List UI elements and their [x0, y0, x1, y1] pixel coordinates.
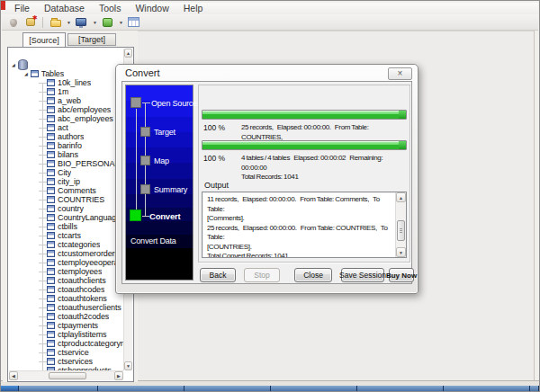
tree-item-label: CountryLanguage — [58, 213, 121, 222]
tree-item[interactable]: ctplaylistitems — [9, 330, 123, 339]
output-scrollbar[interactable]: ▲ ▼ — [395, 192, 406, 257]
tree-item[interactable]: 10k_lines — [9, 78, 123, 87]
tree-item[interactable]: bilans — [9, 150, 123, 159]
tree-item[interactable]: COUNTRIES — [9, 195, 123, 204]
connection-icon[interactable] — [6, 15, 20, 29]
buy-now-button[interactable]: Buy Now — [389, 268, 414, 282]
tree-item[interactable]: abc/employees — [9, 105, 123, 114]
tree-item[interactable]: ctcustomerorders — [9, 249, 123, 258]
taskbar-segment[interactable] — [444, 386, 530, 391]
tree-item-label: country — [58, 204, 84, 213]
step-node-map — [140, 156, 150, 165]
tree-item-database-root[interactable]: ◢ — [9, 59, 123, 69]
output-box: 11 records, Elapsed: 00:00:00. From Tabl… — [202, 192, 407, 258]
tree-item[interactable]: ctservice — [9, 348, 123, 357]
tree-item[interactable]: ctservices — [9, 357, 123, 366]
step-node-target — [140, 127, 150, 137]
menu-item-database[interactable]: Database — [37, 3, 92, 14]
save-session-button[interactable]: Save Session — [341, 268, 384, 282]
taskbar-segment[interactable] — [184, 386, 271, 391]
tree-item[interactable]: ctcategories — [9, 240, 123, 249]
tree-item-label: BIO_PERSONAL_INF — [58, 159, 123, 168]
tree-item[interactable]: a_web — [9, 96, 123, 105]
new-connection-icon[interactable] — [23, 15, 37, 29]
table-icon — [47, 187, 55, 194]
table-icon — [47, 160, 55, 167]
tree-horizontal-scrollbar[interactable]: ◀ ▶ — [9, 370, 123, 380]
tree-item[interactable]: barinfo — [9, 141, 123, 150]
tree-item[interactable]: ctoauth2codes — [9, 312, 123, 321]
view-dropdown-icon[interactable] — [75, 15, 88, 29]
scrollbar-thumb[interactable] — [49, 372, 86, 379]
tree-item[interactable]: act — [9, 123, 123, 132]
scroll-right-icon[interactable]: ▶ — [114, 371, 123, 380]
grid-icon[interactable] — [127, 15, 140, 29]
scroll-up-icon[interactable]: ▲ — [124, 49, 132, 58]
window-right-border — [534, 31, 539, 380]
tree-item[interactable]: CountryLanguage — [9, 213, 123, 222]
back-button[interactable]: Back — [200, 268, 236, 282]
tab-source[interactable]: [Source] — [22, 32, 66, 47]
taskbar-segment[interactable] — [19, 386, 98, 391]
tree-item-tables[interactable]: ◢ Tables — [9, 69, 123, 78]
tab-target[interactable]: [Target] — [68, 33, 116, 46]
taskbar-segment[interactable] — [271, 386, 357, 391]
tree-item-label: City — [58, 168, 71, 177]
tree-item[interactable]: ctpayments — [9, 321, 123, 330]
tree-item-label: ctoauthtokens — [58, 294, 107, 303]
tree-item-label: bilans — [58, 150, 78, 159]
scroll-up-icon[interactable]: ▲ — [396, 192, 406, 202]
tree-item-label: barinfo — [58, 141, 82, 150]
tree-item[interactable]: ctproductcategoryrelation — [9, 339, 123, 348]
tree-item[interactable]: city_ip — [9, 177, 123, 186]
table-icon — [47, 250, 55, 257]
chevron-down-icon[interactable]: ▼ — [93, 20, 97, 25]
tree-item[interactable]: ctoauthcodes — [9, 285, 123, 294]
tree-item[interactable]: authors — [9, 132, 123, 141]
tree-item[interactable]: abc_employees — [9, 114, 123, 123]
table-icon — [47, 106, 55, 113]
close-icon[interactable]: × — [388, 67, 412, 80]
tables-folder-icon — [31, 70, 39, 77]
tree-content: ◢ ◢ Tables 10k_lines — [9, 49, 123, 370]
tree-item[interactable]: 1m — [9, 87, 123, 96]
table-icon — [47, 304, 55, 311]
folder-dropdown-icon[interactable] — [49, 15, 62, 29]
taskbar-segment[interactable] — [98, 386, 184, 391]
tree-item[interactable]: ctbills — [9, 222, 123, 231]
scroll-down-icon[interactable]: ▼ — [124, 361, 132, 370]
tree-item[interactable]: Comments — [9, 186, 123, 195]
expand-arrow-icon[interactable]: ◢ — [12, 62, 15, 67]
tree-item[interactable]: City — [9, 168, 123, 177]
tree-item-label: Comments — [58, 186, 96, 195]
table-icon — [47, 214, 55, 221]
tree-item[interactable]: ctemployees — [9, 267, 123, 276]
tree-item-label: act — [58, 123, 68, 132]
menu-item-window[interactable]: Window — [128, 3, 176, 14]
taskbar-segment[interactable] — [530, 386, 539, 391]
chevron-down-icon[interactable]: ▼ — [67, 20, 71, 25]
export-dropdown-icon[interactable] — [101, 15, 114, 29]
tree-item[interactable]: BIO_PERSONAL_INF — [9, 159, 123, 168]
menu-item-file[interactable]: File — [7, 3, 37, 14]
tree-item[interactable]: ctcarts — [9, 231, 123, 240]
tree-item[interactable]: ctoauthuserclients — [9, 303, 123, 312]
tree-item[interactable]: ctoauthclients — [9, 276, 123, 285]
taskbar-segment[interactable] — [1, 386, 19, 391]
close-button[interactable]: Close — [294, 268, 332, 282]
menu-item-tools[interactable]: Tools — [92, 3, 129, 14]
step-label-open-source: Open Source — [151, 99, 197, 108]
scroll-left-icon[interactable]: ◀ — [9, 371, 18, 380]
scroll-down-icon[interactable]: ▼ — [396, 247, 406, 257]
chevron-down-icon[interactable]: ▼ — [119, 20, 123, 25]
tree-item[interactable]: ctemployeeoperatelog — [9, 258, 123, 267]
expand-arrow-icon[interactable]: ◢ — [24, 71, 28, 76]
taskbar-segment[interactable] — [357, 386, 444, 391]
menu-item-help[interactable]: Help — [176, 3, 211, 14]
total-progress-percent: 100 % — [203, 154, 241, 163]
table-icon — [47, 358, 55, 365]
database-icon — [18, 59, 28, 70]
tree-item[interactable]: ctoauthtokens — [9, 294, 123, 303]
tree-item[interactable]: country — [9, 204, 123, 213]
scrollbar-thumb[interactable] — [397, 220, 405, 241]
